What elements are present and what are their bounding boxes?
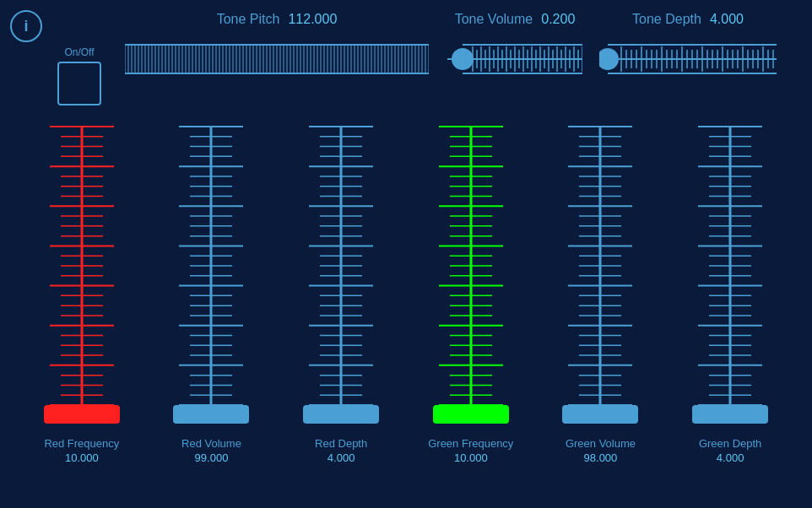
meter-value-red-frequency: 10.000 [65, 451, 99, 464]
meter-svg-green-frequency[interactable] [416, 122, 526, 432]
meter-value-green-depth: 4.000 [717, 451, 744, 464]
tone-volume-label: Tone Volume [455, 12, 533, 27]
meter-value-red-volume: 99.000 [195, 451, 229, 464]
meter-svg-red-volume[interactable] [156, 122, 266, 432]
tone-depth-value: 4.000 [710, 12, 744, 27]
meter-label-red-depth: Red Depth [315, 437, 367, 450]
meter-svg-red-depth[interactable] [286, 122, 396, 432]
meter-col-green-volume: Green Volume98.000 [539, 122, 662, 464]
tone-pitch-group: Tone Pitch 112.000 // This will be gener… [125, 0, 429, 80]
svg-rect-189 [44, 405, 120, 424]
meter-label-green-depth: Green Depth [699, 437, 761, 450]
svg-rect-313 [562, 405, 638, 424]
meter-label-red-frequency: Red Frequency [44, 437, 119, 450]
meter-svg-green-depth[interactable] [675, 122, 785, 432]
meter-label-green-frequency: Green Frequency [428, 437, 513, 450]
meter-col-green-depth: Green Depth4.000 [669, 122, 792, 464]
tone-volume-value: 0.200 [541, 12, 575, 27]
tone-pitch-value: 112.000 [288, 12, 337, 27]
meter-value-green-volume: 98.000 [584, 451, 618, 464]
meter-value-red-depth: 4.000 [328, 451, 355, 464]
header-controls: Tone Pitch 112.000 // This will be gener… [0, 0, 812, 110]
meter-col-red-frequency: Red Frequency10.000 [20, 122, 143, 464]
svg-rect-251 [303, 405, 379, 424]
svg-rect-282 [433, 405, 509, 424]
tone-depth-slider[interactable] [599, 38, 777, 80]
tone-volume-slider[interactable] [447, 38, 582, 80]
tone-pitch-label: Tone Pitch [217, 12, 280, 27]
meter-svg-green-volume[interactable] [545, 122, 655, 432]
svg-point-94 [452, 48, 474, 70]
meter-col-red-depth: Red Depth4.000 [280, 122, 403, 464]
tone-pitch-slider[interactable]: // This will be generated by JS below [125, 38, 429, 80]
meter-label-green-volume: Green Volume [566, 437, 636, 450]
svg-point-125 [599, 48, 619, 70]
meter-col-red-volume: Red Volume99.000 [150, 122, 273, 464]
meter-svg-red-frequency[interactable] [27, 122, 137, 432]
tone-volume-group: Tone Volume 0.200 [447, 0, 582, 80]
meters-area: Red Frequency10.000Red Volume99.000Red D… [17, 122, 795, 508]
meter-value-green-frequency: 10.000 [454, 451, 488, 464]
meter-label-red-volume: Red Volume [181, 437, 241, 450]
svg-rect-220 [173, 405, 249, 424]
tone-depth-group: Tone Depth 4.000 [599, 0, 777, 80]
meter-col-green-frequency: Green Frequency10.000 [409, 122, 532, 464]
svg-rect-344 [692, 405, 768, 424]
tone-depth-label: Tone Depth [632, 12, 701, 27]
